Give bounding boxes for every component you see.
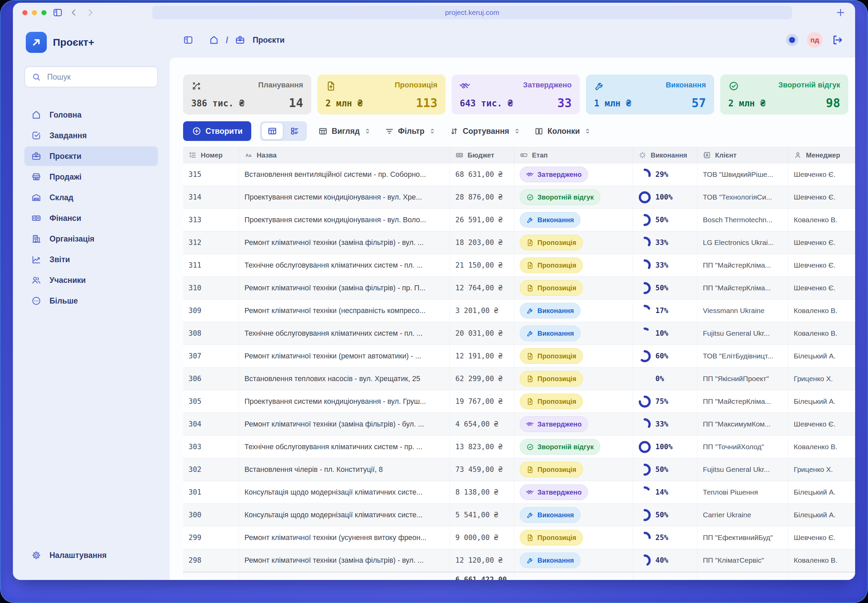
stat-card[interactable]: Зворотній відгук 2 млн ₴ 98 xyxy=(720,74,848,114)
sidebar-item-building[interactable]: Організація xyxy=(25,229,158,249)
stat-card[interactable]: Планування 386 тис. ₴ 14 xyxy=(183,74,311,114)
column-header[interactable]: Етап xyxy=(515,147,633,163)
sidebar-item-users[interactable]: Учасники xyxy=(25,271,158,290)
stage-badge: Зворотній відгук xyxy=(520,189,600,205)
table-row[interactable]: 304 Ремонт кліматичної техніки (заміна ф… xyxy=(183,413,855,436)
sidebar-item-chart[interactable]: Звіти xyxy=(25,250,158,269)
table-row[interactable]: 312 Ремонт кліматичної техніки (заміна ф… xyxy=(183,231,855,254)
table-row[interactable]: 306 Встановлення теплових насосів - вул.… xyxy=(183,368,855,390)
search-box[interactable] xyxy=(25,66,158,87)
view-table-button[interactable] xyxy=(262,123,283,139)
table-row[interactable]: 305 Проектування системи кондиціонування… xyxy=(183,390,855,413)
column-header[interactable]: Менеджер xyxy=(788,147,855,163)
table-row[interactable]: 309 Ремонт кліматичної техніки (несправн… xyxy=(183,300,855,322)
table-row[interactable]: 313 Проектування системи кондиціонування… xyxy=(183,209,855,231)
status-indicator[interactable] xyxy=(786,34,798,46)
logout-icon[interactable] xyxy=(831,34,843,46)
view-list-button[interactable] xyxy=(284,123,305,139)
briefcase-icon[interactable] xyxy=(235,35,245,45)
column-header[interactable]: Номер xyxy=(183,147,239,163)
browser-sidebar-toggle-icon[interactable] xyxy=(53,8,63,18)
cell-progress: 50% xyxy=(633,458,698,481)
cell-budget: 5 541,00 ₴ xyxy=(450,504,515,526)
stat-card[interactable]: Виконання 1 млн ₴ 57 xyxy=(586,74,714,114)
cell-number: 313 xyxy=(183,209,239,231)
menu-columns-button[interactable]: Колонки xyxy=(534,127,591,136)
sidebar-item-settings[interactable]: Налаштування xyxy=(25,546,158,565)
sidebar-item-banknote[interactable]: Фінанси xyxy=(25,208,158,228)
table-row[interactable]: 314 Проектування системи кондиціонування… xyxy=(183,186,855,209)
progress-arc xyxy=(639,350,651,362)
app-logo[interactable]: Проєкт+ xyxy=(26,32,158,53)
table-row[interactable]: 301 Консультація щодо модернізації кліма… xyxy=(183,481,855,504)
cell-name: Встановлення вентиляційної системи - пр.… xyxy=(239,163,450,186)
search-input[interactable] xyxy=(46,72,150,82)
zoom-window-button[interactable] xyxy=(41,10,46,15)
close-window-button[interactable] xyxy=(22,10,28,15)
column-header[interactable]: Виконання xyxy=(633,147,698,163)
cell-name: Технічне обслуговування кліматичних сист… xyxy=(239,254,450,277)
sidebar: Проєкт+ Головна Завдання Проєкти Продажі… xyxy=(13,22,169,580)
column-label: Назва xyxy=(257,152,277,159)
sidebar-item-home[interactable]: Головна xyxy=(25,105,158,125)
cell-client: ПП "ЯкіснийПроект" xyxy=(698,368,788,390)
columns-icon xyxy=(534,127,544,136)
sidebar-item-task[interactable]: Завдання xyxy=(25,126,158,145)
cell-progress: 40% xyxy=(633,549,698,572)
cell-stage: Виконання xyxy=(515,209,633,231)
stage-badge: Пропозиція xyxy=(520,394,583,409)
table-row[interactable]: 299 Ремонт кліматичної техніки (усунення… xyxy=(183,526,855,549)
back-button-icon[interactable] xyxy=(69,8,79,18)
address-bar[interactable]: project.keruj.com xyxy=(152,6,792,19)
cell-client: LG Electronics Ukrai... xyxy=(698,231,788,254)
cell-stage: Пропозиція xyxy=(515,254,633,277)
cell-progress: 60% xyxy=(633,345,698,367)
table-row[interactable]: 303 Технічне обслуговування кліматичних … xyxy=(183,436,855,458)
sidebar-item-label: Головна xyxy=(50,110,82,120)
create-button[interactable]: Створити xyxy=(183,121,251,141)
home-icon[interactable] xyxy=(209,35,219,45)
progress-arc xyxy=(639,464,651,476)
menu-table-button[interactable]: Вигляд xyxy=(318,127,371,136)
cell-client: ПП "МайстерКліма... xyxy=(698,277,788,299)
stat-card[interactable]: Затверджено 643 тис. ₴ 33 xyxy=(452,74,580,114)
cell-manager: Шевченко Є. xyxy=(788,277,855,299)
cell-stage: Пропозиція xyxy=(515,368,633,390)
stat-label: Виконання xyxy=(666,80,706,90)
stat-card[interactable]: Пропозиція 2 млн ₴ 113 xyxy=(317,74,445,114)
browser-chrome: project.keruj.com xyxy=(13,3,855,22)
cell-budget: 26 591,00 ₴ xyxy=(450,209,515,231)
table-row[interactable]: 298 Ремонт кліматичної техніки (заміна ф… xyxy=(183,549,855,572)
cell-name: Встановлення теплових насосів - вул. Хре… xyxy=(239,368,450,390)
logo-arrow-icon xyxy=(26,32,47,53)
sidebar-item-store[interactable]: Продажі xyxy=(25,167,158,187)
table-row[interactable]: 300 Консультація щодо модернізації кліма… xyxy=(183,504,855,526)
view-switcher xyxy=(260,121,307,141)
table-row[interactable]: 311 Технічне обслуговування кліматичних … xyxy=(183,254,855,277)
stage-icon xyxy=(526,352,534,360)
column-header[interactable]: Бюджет xyxy=(450,147,515,163)
sidebar-item-label: Завдання xyxy=(50,131,87,140)
forward-button-icon[interactable] xyxy=(85,8,95,18)
menu-label: Сортування xyxy=(463,127,509,136)
sidebar-item-briefcase[interactable]: Проєкти xyxy=(25,146,158,166)
stat-amount: 1 млн ₴ xyxy=(594,98,631,108)
sidebar-item-more[interactable]: Більше xyxy=(25,291,158,311)
sidebar-item-warehouse[interactable]: Склад xyxy=(25,188,158,207)
table-row[interactable]: 307 Ремонт кліматичної техніки (ремонт а… xyxy=(183,345,855,368)
table-row[interactable]: 308 Технічне обслуговування кліматичних … xyxy=(183,322,855,345)
user-avatar[interactable]: пд xyxy=(807,32,823,48)
menu-sort-button[interactable]: Сортування xyxy=(450,127,521,136)
minimize-window-button[interactable] xyxy=(32,10,37,15)
panel-toggle-icon[interactable] xyxy=(183,35,193,45)
column-header[interactable]: Назва xyxy=(239,147,450,163)
table-row[interactable]: 302 Встановлення чілерів - пл. Конституц… xyxy=(183,458,855,481)
cell-client: ПП "ТочнийХолод" xyxy=(698,436,788,458)
table-row[interactable]: 310 Ремонт кліматичної техніки (заміна ф… xyxy=(183,277,855,300)
progress-value: 50% xyxy=(656,216,668,224)
new-tab-icon[interactable] xyxy=(835,8,846,18)
table-row[interactable]: 315 Встановлення вентиляційної системи -… xyxy=(183,163,855,186)
menu-filter-button[interactable]: Фільтр xyxy=(385,127,436,136)
stage-icon xyxy=(526,307,534,315)
column-header[interactable]: Клієнт xyxy=(698,147,788,163)
